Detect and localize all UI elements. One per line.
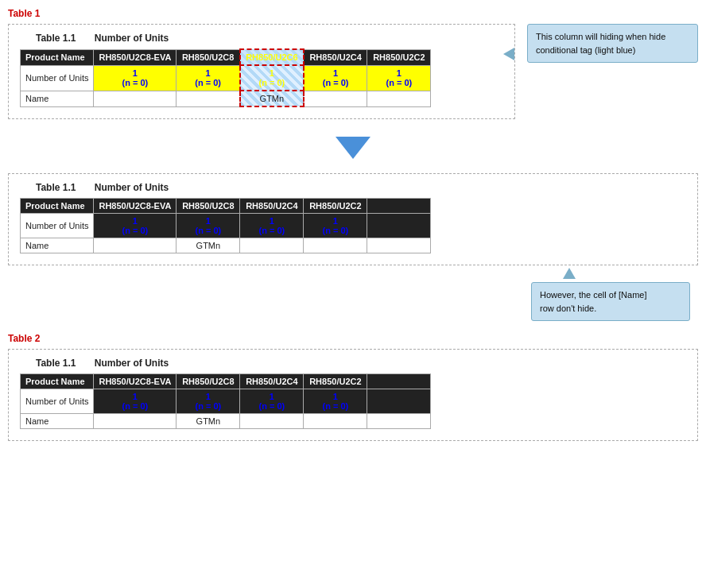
t2-name-col2-gtm: GTMn [176,414,240,429]
t2-name-col1 [94,414,176,429]
t2-units-label: Number of Units [21,389,94,414]
arrow-down-1 [336,137,370,159]
result-units-col3: 1 (n = 0) [240,214,304,238]
name-col1 [94,91,176,106]
t2-units-col2: 1 (n = 0) [176,389,240,414]
result-units-col4: 1 (n = 0) [304,214,367,238]
result-name-col4 [304,238,367,253]
result-row-units: Number of Units 1 (n = 0) 1 (n = 0) 1 (n… [21,214,431,238]
section-label-2: Table 2 [8,333,698,344]
header-col3-highlighted: RH850/U2C6 [240,49,304,65]
row-name: Name GTMn [21,91,431,106]
result-name-col1 [94,238,176,253]
result-units-label: Number of Units [21,214,94,238]
result-header-product-name: Product Name [21,199,94,214]
t2-header-col1: RH850/U2C8-EVA [94,374,176,389]
result-header-col1: RH850/U2C8-EVA [94,199,176,214]
t2-header-col4: RH850/U2C2 [304,374,367,389]
result-name-col2-gtm: GTMn [176,238,240,253]
t2-units-extra [367,389,431,414]
t2-units-col4: 1 (n = 0) [304,389,367,414]
result-header-col3: RH850/U2C4 [240,199,304,214]
units-label: Number of Units [21,65,94,91]
result-header-extra [367,199,431,214]
table1-result-title: Table 1.1 Number of Units [20,182,686,193]
table1-title: Table 1.1 Number of Units [20,33,503,44]
t2-units-col3: 1 (n = 0) [240,389,304,414]
callout-top: This column will hiding when hide condit… [527,24,698,63]
t2-header-col2: RH850/U2C8 [176,374,240,389]
result-units-extra [367,214,431,238]
t2-units-col1: 1 (n = 0) [94,389,176,414]
t2-row-units: Number of Units 1 (n = 0) 1 (n = 0) 1 (n… [21,389,431,414]
table2-outer-box: Table 1.1 Number of Units Product Name R… [8,349,698,441]
table1-result: Product Name RH850/U2C8-EVA RH850/U2C8 R… [20,198,431,253]
result-units-col2: 1 (n = 0) [176,214,240,238]
units-col5: 1 (n = 0) [367,65,431,91]
units-col3-highlighted: 1 (n = 0) [240,65,304,91]
result-row-name: Name GTMn [21,238,431,253]
table2-title: Table 1.1 Number of Units [20,358,686,369]
table1-outer-box: Table 1.1 Number of Units Product Name R… [8,24,515,119]
callout-bottom: However, the cell of [Name] row don't hi… [531,282,690,321]
t2-name-extra [367,414,431,429]
header-product-name: Product Name [21,49,94,65]
t2-name-label: Name [21,414,94,429]
name-label: Name [21,91,94,106]
t2-name-col3 [240,414,304,429]
units-col4: 1 (n = 0) [304,65,367,91]
t2-header-product-name: Product Name [21,374,94,389]
t2-row-name: Name GTMn [21,414,431,429]
header-col4: RH850/U2C4 [304,49,367,65]
result-name-col3 [240,238,304,253]
name-col5 [367,91,431,106]
header-col1: RH850/U2C8-EVA [94,49,176,65]
table1-result-outer-box: Table 1.1 Number of Units Product Name R… [8,173,698,265]
section-table1: Table 1 This column will hiding when hid… [8,8,698,119]
section-table2: Table 2 Table 1.1 Number of Units Produc… [8,333,698,441]
t2-name-col4 [304,414,367,429]
table2-main: Product Name RH850/U2C8-EVA RH850/U2C8 R… [20,373,431,429]
units-col2: 1 (n = 0) [176,65,240,91]
name-col4 [304,91,367,106]
result-name-extra [367,238,431,253]
table1-main: Product Name RH850/U2C8-EVA RH850/U2C8 R… [20,48,431,107]
header-col2: RH850/U2C8 [176,49,240,65]
t2-header-extra [367,374,431,389]
result-header-col4: RH850/U2C2 [304,199,367,214]
header-col5: RH850/U2C2 [367,49,431,65]
section-label-1: Table 1 [8,8,698,19]
row-units: Number of Units 1 (n = 0) 1 (n = 0) 1 [21,65,431,91]
t2-header-col3: RH850/U2C4 [240,374,304,389]
name-col3-gtm: GTMn [240,91,304,106]
result-name-label: Name [21,238,94,253]
result-header-col2: RH850/U2C8 [176,199,240,214]
result-units-col1: 1 (n = 0) [94,214,176,238]
units-col1: 1 (n = 0) [94,65,176,91]
name-col2 [176,91,240,106]
